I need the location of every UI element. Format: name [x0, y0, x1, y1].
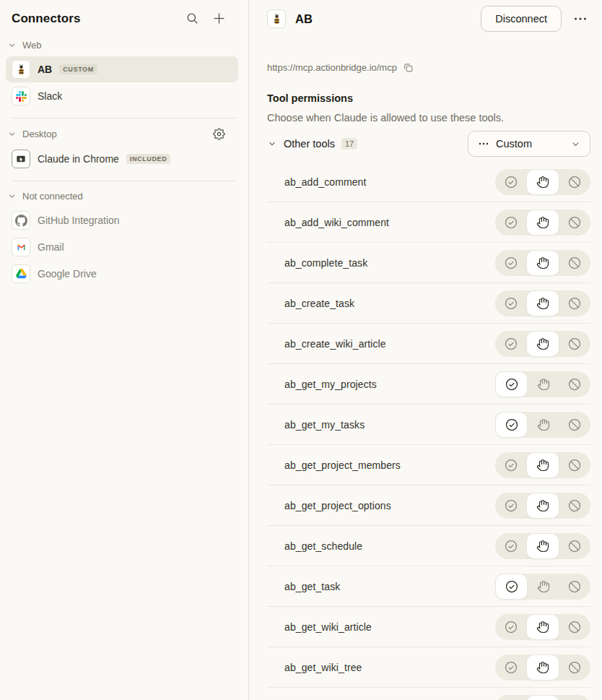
hand-icon	[536, 176, 549, 189]
claude-in-chrome-icon	[12, 150, 30, 168]
allow-button[interactable]	[495, 654, 526, 680]
block-icon	[567, 377, 582, 392]
chevron-down-icon	[267, 139, 277, 149]
allow-button[interactable]	[495, 169, 526, 195]
ask-button[interactable]	[526, 452, 559, 478]
ask-button[interactable]	[526, 614, 559, 640]
block-button[interactable]	[559, 250, 590, 276]
check-circle-icon	[504, 296, 518, 311]
hand-icon	[536, 337, 549, 350]
tool-permissions-description: Choose when Claude is allowed to use the…	[267, 112, 590, 124]
block-button[interactable]	[559, 614, 590, 640]
allow-button[interactable]	[495, 250, 526, 276]
block-button[interactable]	[559, 574, 590, 600]
sidebar-item-slack[interactable]: Slack	[6, 83, 238, 109]
sidebar-item-google-drive[interactable]: Google Drive	[6, 261, 238, 287]
section-header-web[interactable]: Web	[0, 33, 248, 56]
allow-button[interactable]	[495, 452, 526, 478]
chevron-down-icon	[7, 129, 17, 139]
ask-button[interactable]	[526, 654, 559, 680]
block-icon	[567, 337, 582, 351]
allow-button[interactable]	[495, 209, 526, 236]
ask-button[interactable]	[526, 695, 559, 700]
section-label: Not connected	[22, 191, 83, 202]
tool-row: ab_get_my_projects	[267, 364, 590, 405]
connector-name: Slack	[38, 90, 62, 102]
block-button[interactable]	[559, 209, 590, 236]
allow-button[interactable]	[495, 533, 526, 559]
block-button[interactable]	[559, 452, 590, 478]
ask-button[interactable]	[526, 169, 559, 195]
allow-button[interactable]	[495, 614, 526, 640]
ab-connector-icon	[267, 9, 286, 28]
permission-toggle	[495, 533, 590, 559]
check-circle-icon	[505, 579, 519, 594]
allow-button[interactable]	[495, 695, 526, 700]
custom-badge: CUSTOM	[59, 64, 97, 74]
ask-button[interactable]	[526, 493, 559, 519]
tool-name: ab_get_schedule	[284, 540, 362, 552]
search-icon	[186, 12, 199, 25]
check-circle-icon	[504, 215, 518, 230]
other-tools-group-row: Other tools 17 Custom	[267, 131, 590, 157]
other-tools-toggle[interactable]: Other tools 17	[267, 138, 357, 150]
tool-name: ab_get_task	[284, 581, 340, 592]
hand-icon	[537, 378, 550, 391]
allow-button[interactable]	[495, 412, 528, 438]
more-options-button[interactable]	[570, 11, 590, 27]
tool-row: ab_add_comment	[267, 162, 590, 202]
ask-button[interactable]	[526, 290, 559, 316]
copy-icon	[403, 62, 414, 73]
block-button[interactable]	[559, 331, 590, 357]
tool-row: ab_get_my_tasks	[267, 405, 590, 445]
ask-button[interactable]	[526, 250, 559, 276]
block-button[interactable]	[559, 533, 590, 559]
ask-button[interactable]	[528, 412, 559, 438]
block-button[interactable]	[559, 371, 590, 397]
ask-button[interactable]	[528, 574, 559, 600]
included-badge: INCLUDED	[126, 154, 171, 164]
ask-button[interactable]	[526, 209, 559, 236]
connector-url-row: https://mcp.actionbridge.io/mcp	[267, 62, 590, 73]
block-button[interactable]	[559, 493, 590, 519]
tool-row: ab_create_wiki_article	[267, 324, 590, 364]
check-circle-icon	[505, 377, 519, 392]
block-button[interactable]	[559, 412, 590, 438]
connector-header: AB Disconnect	[267, 6, 590, 32]
allow-button[interactable]	[495, 574, 528, 600]
block-button[interactable]	[559, 290, 590, 316]
permission-toggle	[495, 614, 590, 640]
allow-button[interactable]	[495, 290, 526, 316]
sidebar-item-ab[interactable]: AB CUSTOM	[6, 56, 238, 82]
desktop-settings-button[interactable]	[213, 128, 225, 140]
connector-name: GitHub Integration	[38, 215, 120, 226]
search-button[interactable]	[186, 12, 199, 25]
allow-button[interactable]	[495, 371, 528, 397]
ask-button[interactable]	[528, 371, 559, 397]
block-button[interactable]	[559, 695, 590, 700]
copy-url-button[interactable]	[403, 62, 414, 73]
connector-detail-panel: AB Disconnect https://mcp.actionbridge.i…	[249, 0, 602, 700]
block-button[interactable]	[559, 169, 590, 195]
section-header-desktop[interactable]: Desktop	[0, 121, 248, 145]
add-connector-button[interactable]	[211, 11, 227, 26]
permission-mode-select[interactable]: Custom	[468, 131, 590, 157]
ab-connector-icon	[12, 60, 30, 79]
check-circle-icon	[504, 539, 518, 553]
hand-icon	[536, 256, 549, 269]
sidebar-item-claude-in-chrome[interactable]: Claude in Chrome INCLUDED	[6, 146, 238, 172]
sidebar-item-gmail[interactable]: Gmail	[6, 234, 238, 260]
ask-button[interactable]	[526, 533, 559, 559]
tool-row: ab_complete_task	[267, 243, 590, 283]
plus-icon	[211, 11, 227, 26]
sidebar-item-github[interactable]: GitHub Integration	[6, 207, 238, 233]
tools-list: ab_add_comment ab_add_wiki_comment	[267, 162, 590, 700]
ask-button[interactable]	[526, 331, 559, 357]
section-header-not-connected[interactable]: Not connected	[0, 184, 248, 207]
allow-button[interactable]	[495, 493, 526, 519]
allow-button[interactable]	[495, 331, 526, 357]
disconnect-button[interactable]: Disconnect	[481, 6, 562, 32]
chevron-down-icon	[7, 191, 17, 201]
block-button[interactable]	[559, 654, 590, 680]
chevron-down-icon	[570, 139, 581, 150]
